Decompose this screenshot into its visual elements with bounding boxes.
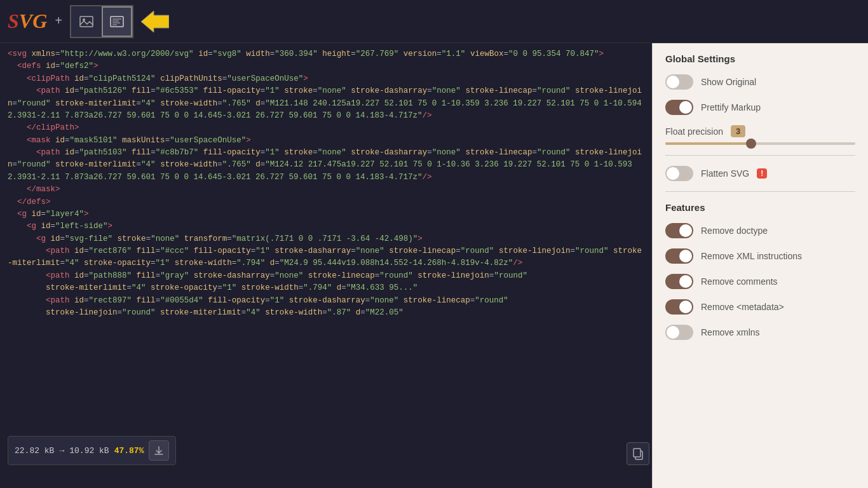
float-precision-row: Float precision 3 xyxy=(665,125,855,137)
tab-image-button[interactable] xyxy=(71,6,102,37)
copy-button[interactable] xyxy=(627,442,649,465)
float-precision-badge: 3 xyxy=(731,125,745,137)
feature-toggle-0[interactable] xyxy=(665,223,693,238)
feature-toggle-1[interactable] xyxy=(665,248,693,264)
float-precision-label: Float precision xyxy=(665,126,723,137)
feature-label-4: Remove xmlns xyxy=(701,327,760,337)
main-layout: <svg xmlns="http://www.w3.org/2000/svg" … xyxy=(0,43,868,488)
code-line: <path id="path888" fill="gray" stroke-da… xyxy=(0,270,652,282)
compressed-size: 10.92 kB xyxy=(69,446,109,456)
feature-label-2: Remove comments xyxy=(701,276,778,287)
code-line: <mask id="mask5101" maskUnits="userSpace… xyxy=(0,135,652,147)
flatten-svg-row: Flatten SVG ! xyxy=(665,166,855,181)
toggle-knob xyxy=(679,224,692,237)
code-line: <g id="left-side"> xyxy=(0,220,652,233)
toggle-knob xyxy=(679,101,692,114)
code-line: <path id="path5103" fill="#c8b7b7" fill-… xyxy=(0,147,652,184)
download-button[interactable] xyxy=(149,440,169,461)
feature-label-1: Remove XML instructions xyxy=(701,251,802,261)
feature-row-2: Remove comments xyxy=(665,274,855,289)
toggle-knob xyxy=(667,167,679,180)
toggle-knob xyxy=(667,76,679,88)
features-title: Features xyxy=(665,202,855,213)
feature-label-0: Remove doctype xyxy=(701,226,768,236)
global-settings-title: Global Settings xyxy=(665,53,855,64)
flatten-svg-toggle[interactable] xyxy=(665,166,693,181)
arrow-left-icon xyxy=(141,10,169,33)
feature-row-0: Remove doctype xyxy=(665,223,855,238)
feature-toggle-2[interactable] xyxy=(665,274,693,289)
code-line: </clipPath> xyxy=(0,122,652,134)
flatten-svg-label: Flatten SVG xyxy=(701,168,749,179)
code-line: <g id="layer4"> xyxy=(0,208,652,220)
flatten-svg-warning-icon: ! xyxy=(757,168,767,179)
svg-rect-9 xyxy=(634,449,641,457)
code-area[interactable]: <svg xmlns="http://www.w3.org/2000/svg" … xyxy=(0,43,652,488)
features-section: Features Remove doctypeRemove XML instru… xyxy=(665,202,855,340)
feature-row-3: Remove <metadata> xyxy=(665,299,855,315)
slider-thumb[interactable] xyxy=(746,139,756,149)
prettify-markup-label: Prettify Markup xyxy=(701,102,761,112)
compression-percent: 47.87% xyxy=(114,446,144,456)
float-precision-slider[interactable] xyxy=(665,142,855,145)
plus-label: + xyxy=(55,14,62,29)
feature-label-3: Remove <metadata> xyxy=(701,302,784,312)
code-line: </mask> xyxy=(0,184,652,196)
code-line: stroke-miterlimit="4" stroke-opacity="1"… xyxy=(0,282,652,294)
code-line: <path id="rect897" fill="#0055d4" fill-o… xyxy=(0,295,652,307)
svg-rect-0 xyxy=(80,17,93,27)
copy-icon xyxy=(632,447,644,460)
slider-fill xyxy=(665,142,751,145)
features-list: Remove doctypeRemove XML instructionsRem… xyxy=(665,223,855,340)
svg-logo: SVG xyxy=(8,10,47,33)
show-original-label: Show Original xyxy=(701,77,756,87)
code-line: <clipPath id="clipPath5124" clipPathUnit… xyxy=(0,73,652,85)
toggle-knob xyxy=(667,326,679,339)
arrow-separator: → xyxy=(59,446,64,456)
feature-row-4: Remove xmlns xyxy=(665,325,855,340)
svg-marker-7 xyxy=(141,11,169,32)
divider xyxy=(665,155,855,156)
code-line: <g id="svg-file" stroke="none" transform… xyxy=(0,233,652,245)
tab-code-button[interactable] xyxy=(102,6,132,37)
right-panel: Global Settings Show Original Prettify M… xyxy=(652,43,868,488)
float-precision-slider-container xyxy=(665,142,855,145)
feature-row-1: Remove XML instructions xyxy=(665,248,855,264)
code-lines: <svg xmlns="http://www.w3.org/2000/svg" … xyxy=(0,48,652,319)
show-original-row: Show Original xyxy=(665,74,855,90)
prettify-markup-toggle[interactable] xyxy=(665,100,693,115)
code-line: <path id="rect876" fill="#ccc" fill-opac… xyxy=(0,245,652,270)
toggle-knob xyxy=(679,275,692,288)
toggle-knob xyxy=(679,301,692,313)
code-line: </defs> xyxy=(0,196,652,208)
code-line: <defs id="defs2"> xyxy=(0,60,652,72)
feature-toggle-4[interactable] xyxy=(665,325,693,340)
image-icon xyxy=(79,15,93,29)
tab-group xyxy=(70,5,133,38)
code-line: stroke-linejoin="round" stroke-miterlimi… xyxy=(0,307,652,319)
original-size: 22.82 kB xyxy=(15,446,54,456)
show-original-toggle[interactable] xyxy=(665,74,693,90)
features-divider xyxy=(665,191,855,192)
code-line: <path id="path5126" fill="#6c5353" fill-… xyxy=(0,85,652,122)
prettify-markup-row: Prettify Markup xyxy=(665,100,855,115)
download-icon xyxy=(153,445,165,456)
toggle-knob xyxy=(679,250,692,262)
code-icon xyxy=(110,15,124,29)
feature-toggle-3[interactable] xyxy=(665,299,693,315)
status-bar: 22.82 kB → 10.92 kB 47.87% xyxy=(8,436,176,465)
header: SVG + xyxy=(0,0,868,43)
code-line: <svg xmlns="http://www.w3.org/2000/svg" … xyxy=(0,48,652,60)
